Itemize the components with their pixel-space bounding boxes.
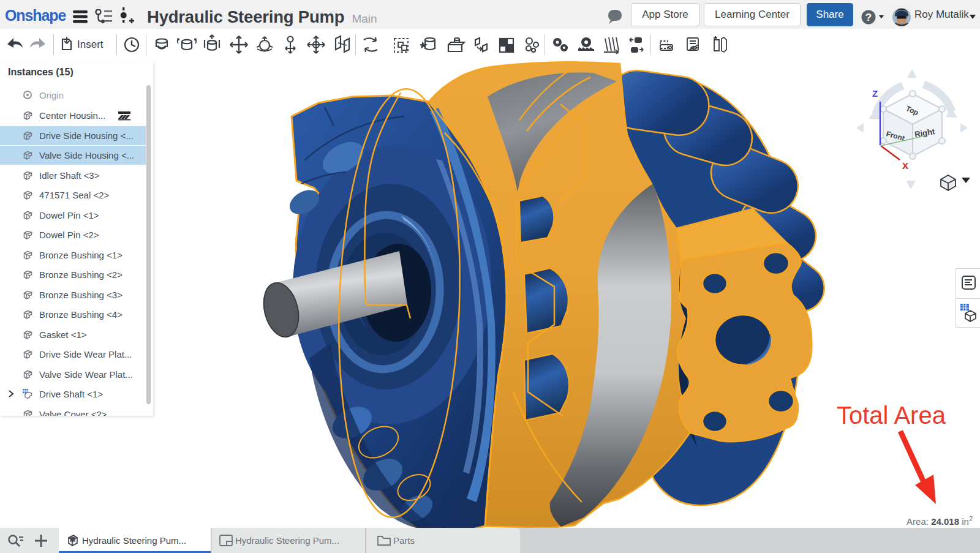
svg-text:X: X bbox=[902, 160, 908, 171]
svg-text:Z: Z bbox=[872, 88, 878, 99]
svg-text:?: ? bbox=[865, 12, 872, 23]
